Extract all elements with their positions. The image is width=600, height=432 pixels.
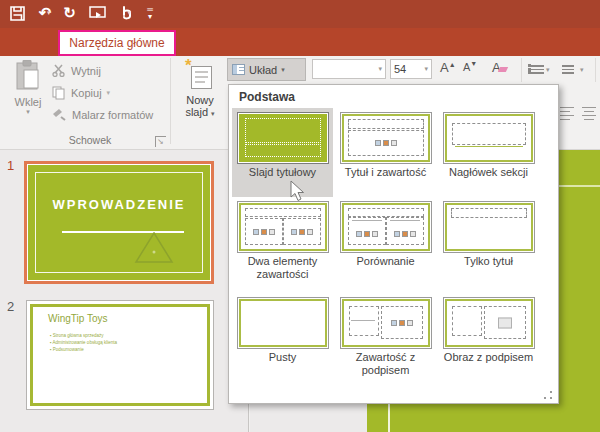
- layout-item-title-only[interactable]: Tylko tytuł: [438, 197, 539, 293]
- slide-2-title: WingTip Toys: [48, 313, 107, 324]
- layout-item-content-with-caption[interactable]: Zawartość z podpisem: [335, 293, 436, 381]
- undo-button[interactable]: ▾: [36, 3, 51, 23]
- decrease-font-size-button[interactable]: A▼: [463, 60, 477, 73]
- save-icon[interactable]: [8, 3, 26, 23]
- format-painter-label: Malarz formatów: [72, 109, 153, 121]
- layout-item-picture-with-caption[interactable]: Obraz z podpisem: [438, 293, 539, 381]
- layout-dropdown-icon: ▾: [281, 66, 285, 74]
- new-slide-label-1: Nowy: [176, 94, 224, 106]
- paste-label: Wklej: [6, 96, 50, 108]
- slide-canvas-bottom-edge: [367, 404, 600, 432]
- touch-mode-icon: [117, 3, 135, 23]
- layout-item-blank[interactable]: Pusty: [232, 293, 333, 381]
- layout-gallery-menu: Podstawa Slajd tytułowy Tytuł i zawartoś…: [228, 84, 559, 404]
- copy-label: Kopiuj: [71, 87, 102, 99]
- clipboard-dialog-launcher-icon[interactable]: [155, 136, 166, 147]
- font-name-combobox[interactable]: ▾: [312, 59, 386, 79]
- bullet-list-icon[interactable]: [528, 63, 544, 76]
- slide-1-number: 1: [7, 158, 14, 173]
- workspace-margin: [250, 404, 367, 432]
- paste-button[interactable]: Wklej ▾: [6, 60, 50, 144]
- scissors-icon: [52, 64, 66, 77]
- align-center-icon[interactable]: [582, 104, 596, 123]
- paste-dropdown-icon[interactable]: ▾: [6, 108, 50, 116]
- bullet-list-dropdown-icon[interactable]: ▾: [546, 66, 550, 74]
- new-slide-label-2: slajd ▾: [176, 106, 224, 118]
- numbered-list-dropdown-icon[interactable]: ▾: [580, 66, 584, 74]
- redo-icon[interactable]: [61, 3, 79, 23]
- new-slide-icon: *: [187, 62, 213, 90]
- copy-button[interactable]: Kopiuj ▾: [52, 84, 110, 101]
- clipboard-group-label: Schowek: [30, 134, 150, 146]
- numbered-list-icon[interactable]: [562, 63, 574, 76]
- copy-icon: [52, 86, 66, 100]
- slide-2-bullets: ▪ Strona główna sprzedaży ▪ Administrowa…: [50, 332, 117, 353]
- slide-2-number: 2: [7, 299, 14, 314]
- layout-item-section-header[interactable]: Nagłówek sekcji: [438, 108, 539, 197]
- format-painter-button[interactable]: Malarz formatów: [52, 106, 153, 123]
- layout-item-title-slide[interactable]: Slajd tytułowy: [232, 108, 333, 197]
- slide-1-title: WPROWADZENIE: [28, 197, 210, 212]
- layout-icon: [232, 64, 245, 75]
- customize-qat-icon[interactable]: [141, 3, 159, 23]
- layout-item-title-and-content[interactable]: Tytuł i zawartość: [335, 108, 436, 197]
- slide-canvas-right-edge: [559, 150, 600, 432]
- undo-dropdown-icon[interactable]: ▾: [47, 9, 51, 17]
- quick-access-toolbar: ▾ ▾: [0, 0, 600, 28]
- layout-item-two-content[interactable]: Dwa elementy zawartości: [232, 197, 333, 293]
- layout-button[interactable]: Układ ▾: [227, 58, 306, 81]
- copy-dropdown-icon[interactable]: ▾: [107, 89, 111, 97]
- start-slideshow-icon[interactable]: [89, 3, 107, 23]
- menu-resize-grip[interactable]: [544, 391, 552, 399]
- layout-gallery-header: Podstawa: [239, 90, 295, 104]
- format-painter-icon: [52, 108, 67, 121]
- mouse-cursor: [290, 180, 306, 202]
- tab-home-highlighted[interactable]: Narzędzia główne: [58, 30, 176, 56]
- font-size-value: 54: [394, 63, 406, 75]
- layout-item-comparison[interactable]: Porównanie: [335, 197, 436, 293]
- picture-placeholder-icon: [498, 317, 512, 328]
- undo-icon: [36, 3, 54, 23]
- align-left-icon[interactable]: [560, 104, 574, 123]
- clear-formatting-button[interactable]: A: [492, 60, 507, 75]
- layout-button-label: Układ: [249, 64, 277, 76]
- powerpoint-window: ▾ ▾ Plik Wstawianie Projektowanie Przejś…: [0, 0, 600, 432]
- slide-1-triangle-shape: [134, 232, 174, 264]
- touch-mode-button[interactable]: ▾: [117, 3, 132, 23]
- cut-button[interactable]: Wytnij: [52, 62, 101, 79]
- slide-1-thumbnail[interactable]: WPROWADZENIE: [24, 161, 214, 284]
- touch-mode-dropdown-icon[interactable]: ▾: [128, 9, 132, 17]
- increase-font-size-button[interactable]: A▲: [440, 60, 456, 75]
- clipboard-icon: [15, 60, 41, 92]
- new-slide-button[interactable]: * Nowy slajd ▾: [176, 60, 224, 144]
- font-size-combobox[interactable]: 54▾: [390, 59, 432, 79]
- slide-2-thumbnail[interactable]: WingTip Toys ▪ Strona główna sprzedaży ▪…: [26, 300, 214, 410]
- cut-label: Wytnij: [71, 65, 101, 77]
